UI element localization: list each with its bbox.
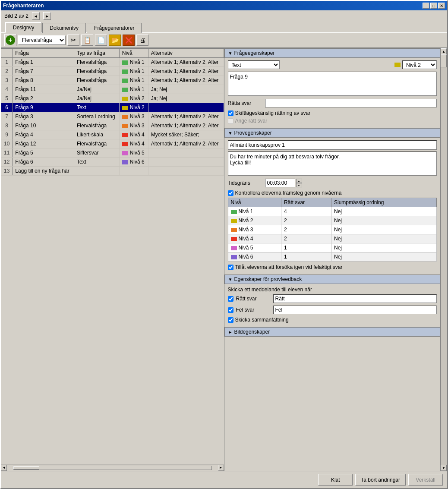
case-sensitive-row: Skiftlägeskänslig rättning av svar	[228, 110, 437, 116]
case-sensitive-checkbox[interactable]	[228, 110, 233, 116]
table-row[interactable]: 1Fråga 1FlervalsfrågaNivå 1Alternativ 1;…	[1, 58, 224, 67]
klart-button[interactable]: Klat	[318, 474, 353, 486]
level-slump-cell: Nej	[331, 216, 437, 225]
level-ratt-cell: 2	[281, 234, 331, 243]
fraga-cell: Fråga 4	[13, 130, 74, 139]
niva-cell: Nivå 3	[119, 121, 148, 130]
exam-desc-textarea[interactable]: Du har tre minuter på dig att besvara to…	[228, 151, 437, 176]
nav-prev-button[interactable]: ◄	[32, 12, 40, 20]
level-color-indicator	[394, 63, 401, 67]
question-type-select[interactable]: Flervalsfråga Ja/Nej Text Sortera i ordn…	[18, 35, 66, 45]
table-row[interactable]: 7Fråga 3Sortera i ordningNivå 3Alternati…	[1, 112, 224, 121]
export-button[interactable]: ❌	[123, 35, 135, 46]
ange-ratt-checkbox[interactable]	[228, 118, 233, 124]
niva-cell: Nivå 1	[119, 67, 148, 76]
provegenskaper-header[interactable]: ▼ Provegenskaper	[224, 128, 441, 138]
fraga-cell: Fråga 3	[13, 112, 74, 121]
typ-cell: Flervalsfråga	[74, 121, 119, 130]
table-row[interactable]: 2Fråga 7FlervalsfrågaNivå 1Alternativ 1;…	[1, 67, 224, 76]
feedback-fel-checkbox[interactable]	[228, 307, 233, 313]
window-title: Frågehanteraren	[3, 3, 44, 9]
scroll-up-btn[interactable]: ▲	[441, 48, 447, 54]
time-down-btn[interactable]: ▼	[296, 183, 302, 187]
feedback-ratt-input[interactable]	[273, 294, 437, 303]
sammanfattning-checkbox[interactable]	[228, 317, 233, 323]
scroll-down-btn[interactable]: ▼	[441, 465, 447, 471]
col-typ-header: Typ av fråga	[74, 49, 119, 58]
typ-cell: Likert-skala	[74, 130, 119, 139]
import-button[interactable]: 📂	[109, 35, 121, 46]
nav-next-button[interactable]: ►	[43, 12, 51, 20]
table-row[interactable]: 13Lägg till en ny fråga här	[1, 167, 224, 176]
feedback-ratt-row: Rätt svar	[228, 294, 437, 303]
table-row[interactable]: 9Fråga 4Likert-skalaNivå 4Mycket säker; …	[1, 130, 224, 139]
tab-fragegeneratorer[interactable]: Frågegeneratorer	[87, 23, 142, 33]
frageegenskaper-content: Text Flervalsfråga Ja/Nej Nivå 2 Nivå 1 …	[224, 58, 441, 128]
level-select[interactable]: Nivå 2 Nivå 1 Nivå 3	[402, 60, 437, 69]
table-row[interactable]: 5Fråga 2Ja/NejNivå 2Ja; Nej	[1, 94, 224, 103]
frageegenskaper-title: Frågeegenskaper	[234, 50, 274, 56]
tab-designvy[interactable]: Designvy	[5, 22, 41, 33]
add-question-button[interactable]: +	[4, 34, 16, 46]
scroll-track[interactable]	[13, 466, 212, 470]
scroll-thumb-v[interactable]	[441, 54, 447, 67]
provfeedback-header[interactable]: ▼ Egenskaper för provfeedback	[224, 274, 441, 284]
table-row[interactable]: 8Fråga 10FlervalsfrågaNivå 3Alternativ 1…	[1, 121, 224, 130]
niva-cell: Nivå 1	[119, 58, 148, 67]
table-scroll[interactable]: Fråga Typ av fråga Nivå Alternativ 1Fråg…	[1, 48, 224, 464]
level-niva-cell: Nivå 4	[228, 234, 281, 243]
typ-cell: Text	[74, 158, 119, 167]
add-icon: +	[6, 35, 15, 45]
table-row[interactable]: 11Fråga 5SiffersvarNivå 5	[1, 148, 224, 158]
right-panel: ▼ Frågeegenskaper Text Flervalsfråga Ja/…	[224, 48, 441, 471]
tillat-row: Tillåt eleverna att försöka igen vid fel…	[228, 264, 437, 270]
table-row[interactable]: 12Fråga 6TextNivå 6	[1, 158, 224, 167]
typ-cell: Ja/Nej	[74, 94, 119, 103]
frageegenskaper-header[interactable]: ▼ Frågeegenskaper	[224, 48, 441, 58]
tab-dokumentvy[interactable]: Dokumentvy	[42, 23, 86, 33]
feedback-ratt-checkbox[interactable]	[228, 296, 233, 302]
scroll-thumb[interactable]	[13, 466, 39, 470]
ratt-svar-input[interactable]	[265, 99, 437, 107]
level-niva-cell: Nivå 6	[228, 252, 281, 262]
ta-bort-button[interactable]: Ta bort ändringar	[355, 474, 406, 486]
fraga-cell: Fråga 8	[13, 76, 74, 85]
table-row[interactable]: 6Fråga 9TextNivå 2	[1, 103, 224, 112]
alternativ-cell	[148, 103, 224, 112]
minimize-button[interactable]: _	[423, 3, 429, 9]
scroll-left-btn[interactable]: ◄	[1, 465, 7, 471]
close-button[interactable]: ✕	[438, 3, 445, 9]
level-ratt-cell: 1	[281, 252, 331, 262]
right-scrollbar[interactable]: ▲ ▼	[440, 48, 447, 471]
scroll-track-v[interactable]	[441, 54, 447, 465]
typ-cell	[74, 167, 119, 176]
h-scrollbar[interactable]: ◄ ►	[1, 464, 224, 471]
menu-bild[interactable]: Bild 2 av 2	[4, 13, 28, 19]
cut-button[interactable]: ✂	[67, 35, 79, 46]
time-field[interactable]	[265, 179, 295, 187]
level-niva-cell: Nivå 5	[228, 243, 281, 252]
print-button[interactable]: 🖨	[136, 35, 148, 46]
kontrollera-checkbox[interactable]	[228, 190, 233, 196]
feedback-fel-input[interactable]	[273, 306, 437, 314]
case-sensitive-label: Skiftlägeskänslig rättning av svar	[235, 110, 311, 116]
level-row: Nivå 61Nej	[228, 252, 437, 262]
level-ratt-cell: 1	[281, 243, 331, 252]
scroll-right-btn[interactable]: ►	[218, 465, 224, 471]
time-up-btn[interactable]: ▲	[296, 179, 302, 183]
table-row[interactable]: 3Fråga 8FlervalsfrågaNivå 1Alternativ 1;…	[1, 76, 224, 85]
tillat-checkbox[interactable]	[228, 265, 233, 270]
verkstall-button[interactable]: Verkställ	[408, 474, 443, 486]
question-text-area[interactable]: Fråga 9	[228, 72, 437, 96]
bildegenskaper-header[interactable]: ► Bildegenskaper	[224, 327, 441, 337]
typ-cell: Flervalsfråga	[74, 67, 119, 76]
table-row[interactable]: 10Fråga 12FlervalsfrågaNivå 4Alternativ …	[1, 139, 224, 148]
frage-type-select[interactable]: Text Flervalsfråga Ja/Nej	[228, 60, 280, 69]
ratt-svar-label: Rätta svar	[228, 100, 262, 106]
paste-button[interactable]: 📄	[95, 35, 107, 46]
table-row[interactable]: 4Fråga 11Ja/NejNivå 1Ja; Nej	[1, 85, 224, 94]
maximize-button[interactable]: □	[430, 3, 437, 9]
exam-title-input[interactable]	[228, 140, 437, 150]
copy-button[interactable]: 📋	[81, 35, 93, 46]
row-num-cell: 2	[1, 67, 13, 76]
